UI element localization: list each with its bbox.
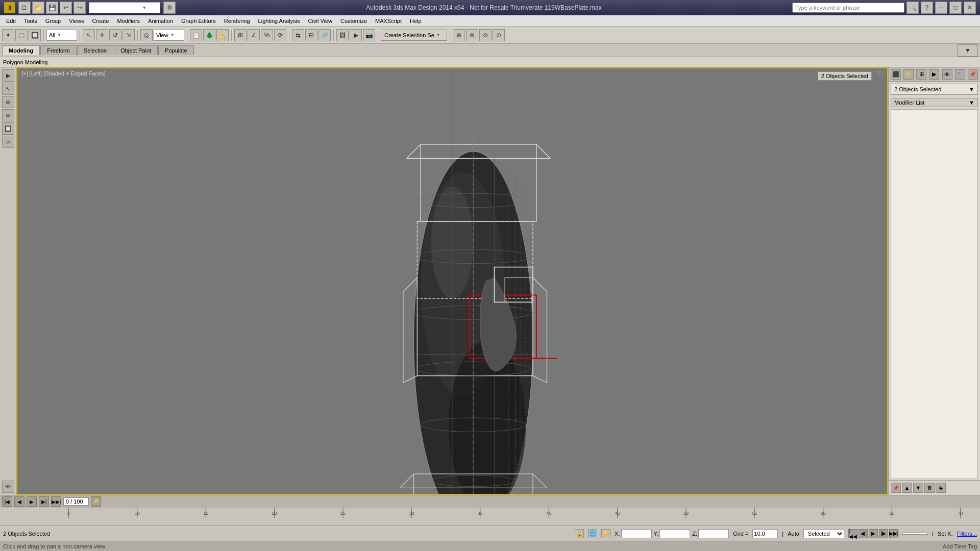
redo-btn[interactable]: ↪ <box>74 2 86 14</box>
minimize-btn[interactable]: ─ <box>935 2 947 14</box>
grid-value-input[interactable] <box>752 529 778 538</box>
modifier-up-btn[interactable]: ▲ <box>902 483 912 493</box>
left-tool-1[interactable]: ↖ <box>2 83 14 95</box>
extra3-btn[interactable]: ⊘ <box>479 29 492 41</box>
new-file-btn[interactable]: 🗋 <box>18 2 31 14</box>
render-setup-btn[interactable]: 🖼 <box>336 29 349 41</box>
y-input[interactable] <box>659 529 690 538</box>
left-tool-5[interactable]: ▱ <box>2 136 14 148</box>
menu-help[interactable]: Help <box>406 17 426 25</box>
layer-manager-btn[interactable]: 📋 <box>190 29 202 41</box>
status-lock-icon[interactable]: 🔒 <box>575 529 584 538</box>
menu-tools[interactable]: Tools <box>20 17 41 25</box>
extra1-btn[interactable]: ⊕ <box>453 29 465 41</box>
menu-create[interactable]: Create <box>88 17 113 25</box>
snap-toggle-btn[interactable]: ⊞ <box>234 29 247 41</box>
select-scale-btn[interactable]: ⇲ <box>122 29 135 41</box>
create-selection-set[interactable]: Create Selection Se ▼ <box>381 30 447 41</box>
menu-maxscript[interactable]: MAXScript <box>371 17 406 25</box>
x-input[interactable] <box>621 529 652 538</box>
save-file-btn[interactable]: 💾 <box>46 2 58 14</box>
left-tool-4[interactable]: 🔲 <box>2 122 14 135</box>
maximize-btn[interactable]: □ <box>949 2 962 14</box>
left-play-btn[interactable]: ▶ <box>2 69 14 82</box>
modifier-delete-btn[interactable]: 🗑 <box>924 483 935 493</box>
anim-start-btn[interactable]: |◀◀ <box>848 529 857 538</box>
rp-hierarchy-btn[interactable]: ⊞ <box>916 69 926 80</box>
modifier-make-unique-btn[interactable]: ◈ <box>936 483 946 493</box>
undo-btn[interactable]: ↩ <box>60 2 72 14</box>
extra2-btn[interactable]: ⊗ <box>466 29 478 41</box>
tab-populate[interactable]: Populate <box>158 45 193 55</box>
workspace-dropdown[interactable]: Workspace: Default ▼ <box>89 2 160 13</box>
select-region-btn[interactable]: ⬚ <box>15 29 28 41</box>
search-input[interactable] <box>792 3 904 13</box>
anim-prev-key-btn[interactable]: ◀| <box>859 529 868 538</box>
workspace-settings-btn[interactable]: ⚙ <box>163 2 176 14</box>
go-to-start-btn[interactable]: |◀ <box>2 496 12 507</box>
scene-explorer-btn[interactable]: 🌲 <box>203 29 215 41</box>
anim-play-btn[interactable]: ▶ <box>869 529 878 538</box>
menu-views[interactable]: Views <box>65 17 88 25</box>
prev-frame-btn[interactable]: ◀ <box>14 496 24 507</box>
right-panel-title[interactable]: 2 Objects Selected ▼ <box>891 84 978 95</box>
key-mode-btn[interactable]: 🔑 <box>91 496 101 507</box>
left-tool-3[interactable]: ⊗ <box>2 109 14 121</box>
tab-freeform[interactable]: Freeform <box>40 45 77 55</box>
next-frame-btn[interactable]: ▶| <box>39 496 49 507</box>
rp-motion-btn[interactable]: ▶ <box>929 69 939 80</box>
frame-counter[interactable]: 0 / 100 <box>63 497 89 506</box>
spinner-snap-btn[interactable]: ⟳ <box>274 29 286 41</box>
secondary-toolbar-extra[interactable]: ▼ <box>958 44 978 57</box>
select-move-btn[interactable]: ✛ <box>96 29 108 41</box>
menu-group[interactable]: Group <box>41 17 65 25</box>
rp-pin-btn[interactable]: 📌 <box>968 69 978 80</box>
angle-snap-btn[interactable]: ∠ <box>248 29 260 41</box>
selection-filter-dropdown[interactable]: All ▼ <box>46 30 77 41</box>
percent-snap-btn[interactable]: % <box>261 29 273 41</box>
rp-modify-btn[interactable]: ⚡ <box>903 69 914 80</box>
go-to-end-btn[interactable]: ▶▶| <box>51 496 61 507</box>
menu-lighting-analysis[interactable]: Lighting Analysis <box>254 17 304 25</box>
left-tool-2[interactable]: ⊕ <box>2 96 14 108</box>
select-btn[interactable]: ↖ <box>83 29 95 41</box>
close-btn[interactable]: ✕ <box>964 2 976 14</box>
anim-frame-input[interactable] <box>902 533 928 535</box>
open-file-btn[interactable]: 📂 <box>32 2 44 14</box>
search-btn[interactable]: 🔍 <box>906 2 919 14</box>
z-input[interactable] <box>698 529 729 538</box>
tab-selection[interactable]: Selection <box>77 45 113 55</box>
timeline-ruler[interactable]: 5 10 15 20 25 30 35 40 45 50 55 60 65 <box>0 508 980 518</box>
menu-civil-view[interactable]: Civil View <box>304 17 336 25</box>
menu-animation[interactable]: Animation <box>144 17 177 25</box>
anim-end-btn[interactable]: ▶▶| <box>889 529 898 538</box>
tab-object-paint[interactable]: Object Paint <box>114 45 158 55</box>
tab-modeling[interactable]: Modeling <box>2 45 40 55</box>
status-world-icon[interactable]: 🌐 <box>588 529 597 538</box>
left-view-btn[interactable]: 👁 <box>2 481 14 493</box>
menu-edit[interactable]: Edit <box>2 17 20 25</box>
select-tool-btn[interactable]: ✦ <box>2 29 14 41</box>
selected-dropdown[interactable]: Selected <box>803 529 844 538</box>
view-dropdown[interactable]: View ▼ <box>154 30 184 41</box>
status-key-icon[interactable]: 🔑 <box>601 529 610 538</box>
select-rotate-btn[interactable]: ↺ <box>109 29 121 41</box>
help-search-btn[interactable]: ? <box>921 2 933 14</box>
modifier-pin-btn[interactable]: 📌 <box>891 483 901 493</box>
align-btn[interactable]: ⊟ <box>305 29 317 41</box>
render-frame-btn[interactable]: 📷 <box>363 29 375 41</box>
modifier-list-dropdown[interactable]: Modifier List ▼ <box>891 98 978 107</box>
viewport[interactable]: [+] [Left] [Shaded + Edged Faces] ☐ <box>16 67 888 495</box>
play-btn[interactable]: ▶ <box>27 496 37 507</box>
render-btn[interactable]: ▶ <box>350 29 362 41</box>
modifier-down-btn[interactable]: ▼ <box>913 483 923 493</box>
menu-customize[interactable]: Customize <box>336 17 371 25</box>
menu-rendering[interactable]: Rendering <box>220 17 254 25</box>
rp-display-btn[interactable]: ⬛ <box>891 69 901 80</box>
menu-modifiers[interactable]: Modifiers <box>113 17 144 25</box>
select-by-name-btn[interactable]: 🔲 <box>29 29 41 41</box>
rp-display2-btn[interactable]: 👁 <box>942 69 952 80</box>
hierarchy-btn[interactable]: 🔗 <box>318 29 331 41</box>
reference-coord-btn[interactable]: ◎ <box>140 29 153 41</box>
mirror-btn[interactable]: ⇆ <box>292 29 304 41</box>
